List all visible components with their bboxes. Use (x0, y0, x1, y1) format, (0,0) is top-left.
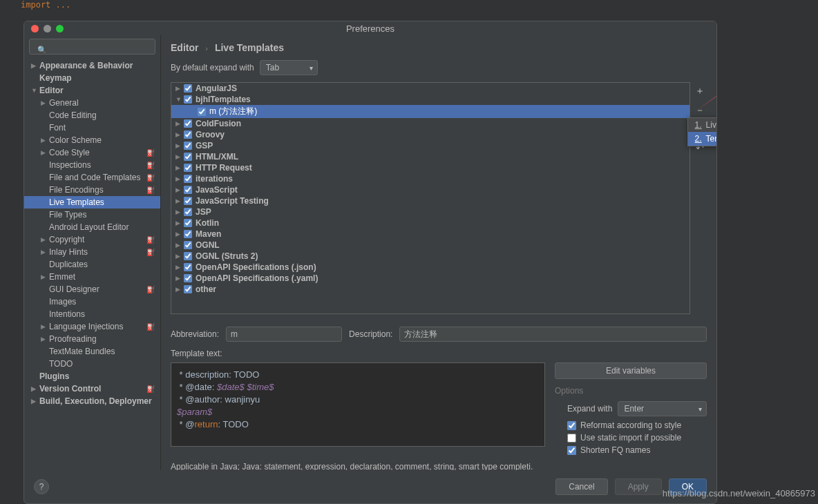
sidebar-item[interactable]: ▶Appearance & Behavior (24, 59, 160, 72)
template-group-item[interactable]: ▶HTML/XML (171, 151, 689, 162)
template-checkbox[interactable] (184, 95, 192, 104)
add-template-button[interactable]: ＋ (695, 85, 705, 97)
sidebar-item[interactable]: File Encodings⛽ (24, 184, 160, 196)
template-checkbox[interactable] (184, 142, 192, 150)
template-checkbox[interactable] (184, 153, 192, 161)
applicable-context[interactable]: Applicable in Java; Java: statement, exp… (171, 462, 707, 470)
template-checkbox[interactable] (184, 241, 192, 249)
template-checkbox[interactable] (184, 285, 192, 293)
description-input[interactable] (399, 327, 707, 342)
template-group-item[interactable]: ▶ColdFusion (171, 118, 689, 129)
template-item[interactable]: m (方法注释) (171, 105, 689, 118)
template-checkbox[interactable] (184, 175, 192, 183)
cancel-button[interactable]: Cancel (555, 478, 607, 495)
sidebar-item[interactable]: ▶Version Control⛽ (24, 382, 160, 395)
arrow-icon: ▶ (41, 137, 48, 144)
help-button[interactable]: ? (34, 479, 49, 494)
sidebar-item[interactable]: ▼Editor (24, 84, 160, 97)
template-group-label: JavaScript Testing (196, 196, 269, 206)
sidebar-item[interactable]: Font (24, 122, 160, 134)
description-label: Description: (349, 329, 392, 339)
sidebar-item-label: Intentions (49, 309, 85, 319)
search-input[interactable] (29, 39, 155, 55)
template-checkbox[interactable] (184, 84, 192, 93)
template-checkbox[interactable] (184, 130, 192, 139)
apply-button[interactable]: Apply (615, 478, 662, 495)
close-window-icon[interactable] (31, 25, 39, 32)
template-group-item[interactable]: ▶OGNL (171, 240, 689, 251)
remove-template-button[interactable]: － (695, 104, 705, 117)
minimize-window-icon[interactable] (44, 25, 51, 32)
template-group-item[interactable]: ▶Kotlin (171, 217, 689, 229)
sidebar-item[interactable]: Android Layout Editor (24, 221, 160, 233)
sidebar-item[interactable]: Keymap (24, 72, 160, 84)
template-group-item[interactable]: ▶OpenAPI Specifications (.json) (171, 262, 689, 273)
sidebar-item[interactable]: Code Editing (24, 109, 160, 122)
add-popup-menu: 1.Live Template 2.Template Group... (687, 117, 717, 146)
static-import-checkbox[interactable]: Use static import if possible (555, 433, 707, 443)
popup-live-template[interactable]: 1.Live Template (688, 118, 717, 132)
sidebar-item[interactable]: Inspections⛽ (24, 159, 160, 171)
template-checkbox[interactable] (184, 164, 192, 172)
sidebar-item[interactable]: File Types (24, 209, 160, 221)
template-checkbox[interactable] (184, 119, 192, 128)
template-group-item[interactable]: ▶Maven (171, 229, 689, 240)
sidebar-item[interactable]: TODO (24, 358, 160, 370)
template-checkbox[interactable] (184, 263, 192, 271)
shorten-fq-checkbox[interactable]: Shorten FQ names (555, 445, 707, 455)
sidebar-item[interactable]: ▶General (24, 97, 160, 109)
sidebar-item[interactable]: Intentions (24, 308, 160, 320)
template-checkbox[interactable] (184, 252, 192, 260)
template-group-item[interactable]: ▶GSP (171, 140, 689, 151)
template-group-item[interactable]: ▶OpenAPI Specifications (.yaml) (171, 273, 689, 284)
sidebar-item[interactable]: Plugins (24, 370, 160, 382)
sidebar-item[interactable]: ▶Language Injections⛽ (24, 320, 160, 333)
template-group-item[interactable]: ▶iterations (171, 173, 689, 184)
maximize-window-icon[interactable] (56, 25, 64, 32)
template-checkbox[interactable] (184, 274, 192, 282)
sidebar-item[interactable]: Images (24, 295, 160, 308)
sidebar-item[interactable]: ▶Color Scheme (24, 134, 160, 146)
sidebar-item[interactable]: ▶Proofreading (24, 333, 160, 345)
template-group-item[interactable]: ▶OGNL (Struts 2) (171, 251, 689, 262)
template-group-item[interactable]: ▼bjhlTemplates (171, 94, 689, 105)
template-list[interactable]: ▶AngularJS▼bjhlTemplatesm (方法注释)▶ColdFus… (171, 82, 690, 314)
sidebar-item[interactable]: Duplicates (24, 258, 160, 271)
template-checkbox[interactable] (184, 208, 192, 216)
template-checkbox[interactable] (198, 108, 206, 116)
template-group-item[interactable]: ▶other (171, 284, 689, 295)
sidebar-item[interactable]: TextMate Bundles (24, 345, 160, 358)
template-text-editor[interactable]: * description: TODO * @date: $date$ $tim… (171, 362, 545, 447)
sidebar-item[interactable]: File and Code Templates⛽ (24, 171, 160, 184)
gear-icon: ⛽ (146, 249, 155, 256)
reformat-checkbox[interactable]: Reformat according to style (555, 420, 707, 430)
default-expand-select[interactable]: Tab (260, 60, 318, 75)
sidebar-item[interactable]: GUI Designer⛽ (24, 283, 160, 295)
template-group-item[interactable]: ▶JavaScript Testing (171, 195, 689, 206)
sidebar-item[interactable]: ▶Emmet (24, 271, 160, 283)
template-group-label: ColdFusion (196, 119, 241, 128)
sidebar-item[interactable]: ▶Build, Execution, Deploymer (24, 395, 160, 407)
edit-variables-button[interactable]: Edit variables (555, 362, 707, 379)
popup-template-group[interactable]: 2.Template Group... (688, 132, 717, 146)
template-checkbox[interactable] (184, 219, 192, 227)
template-checkbox[interactable] (184, 186, 192, 194)
template-group-item[interactable]: ▶JavaScript (171, 184, 689, 195)
breadcrumb-parent[interactable]: Editor (171, 42, 198, 53)
template-group-label: Maven (196, 229, 221, 239)
template-group-item[interactable]: ▶HTTP Request (171, 162, 689, 173)
template-checkbox[interactable] (184, 230, 192, 238)
template-group-item[interactable]: ▶JSP (171, 206, 689, 217)
arrow-icon: ▶ (175, 175, 184, 182)
template-group-item[interactable]: ▶Groovy (171, 129, 689, 140)
main-panel: Editor › Live Templates By default expan… (161, 35, 716, 470)
sidebar-item[interactable]: ▶Code Style⛽ (24, 146, 160, 159)
abbreviation-input[interactable] (226, 327, 342, 342)
template-group-item[interactable]: ▶AngularJS (171, 83, 689, 94)
sidebar-item-label: Build, Execution, Deploymer (39, 396, 152, 406)
sidebar-item[interactable]: ▶Copyright⛽ (24, 233, 160, 246)
sidebar-item[interactable]: Live Templates (24, 196, 160, 209)
expand-with-select[interactable]: Enter (618, 401, 707, 416)
sidebar-item[interactable]: ▶Inlay Hints⛽ (24, 246, 160, 258)
template-checkbox[interactable] (184, 197, 192, 205)
